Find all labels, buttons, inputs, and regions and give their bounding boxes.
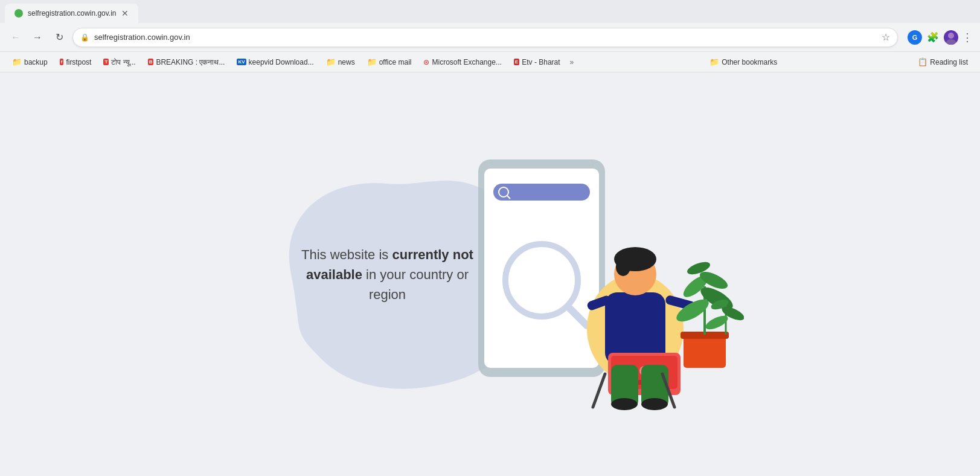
extensions-puzzle-icon[interactable]: 🧩 xyxy=(926,30,940,45)
bookmark-keepvid[interactable]: KV keepvid Download... xyxy=(232,56,318,69)
bookmark-star-icon[interactable]: ☆ xyxy=(882,31,890,43)
keepvid-icon: KV xyxy=(237,59,246,65)
bookmark-label: firstpost xyxy=(66,58,91,66)
top-news-icon: T xyxy=(103,59,109,65)
bookmark-breaking[interactable]: B BREAKING : एकनाथ... xyxy=(143,56,230,69)
bookmark-label: Microsoft Exchange... xyxy=(432,58,501,66)
extension-icons: G 🧩 ⋮ xyxy=(908,30,973,45)
bookmark-firstpost[interactable]: f firstpost xyxy=(55,56,97,69)
bookmark-backup[interactable]: 📁 backup xyxy=(7,55,53,69)
forward-button[interactable]: → xyxy=(29,29,46,46)
reading-list-icon: 📋 xyxy=(918,57,927,66)
svg-point-1 xyxy=(946,39,956,45)
svg-rect-26 xyxy=(684,335,726,368)
address-bar[interactable]: 🔒 selfregistration.cowin.gov.in ☆ xyxy=(72,28,898,47)
svg-point-29 xyxy=(673,295,712,326)
google-extension-icon[interactable]: G xyxy=(908,30,922,45)
breaking-icon: B xyxy=(148,59,154,65)
tab-title: selfregistration.cowin.gov.in xyxy=(28,9,117,18)
bookmark-label: BREAKING : एकनाथ... xyxy=(156,58,225,66)
illustration-wrapper: This website is currently not available … xyxy=(219,117,762,431)
bookmark-label: office mail xyxy=(379,58,412,66)
firstpost-icon: f xyxy=(60,59,64,65)
bookmark-ms-exchange[interactable]: ⊛ Microsoft Exchange... xyxy=(418,56,506,69)
svg-point-23 xyxy=(641,398,668,410)
mail-folder-icon: 📁 xyxy=(367,57,377,66)
bookmark-office-mail[interactable]: 📁 office mail xyxy=(362,55,417,69)
plant-illustration xyxy=(665,238,744,371)
back-button[interactable]: ← xyxy=(7,29,24,46)
user-avatar[interactable] xyxy=(944,30,958,45)
tab-bar: selfregistration.cowin.gov.in ✕ xyxy=(0,0,980,23)
message-emphasis: currently not available xyxy=(306,247,473,282)
other-bookmarks-icon: 📁 xyxy=(709,57,719,66)
bookmark-label: news xyxy=(338,58,355,66)
svg-point-0 xyxy=(948,33,954,39)
tab-favicon xyxy=(14,9,23,18)
bookmark-label: टोप न्यू... xyxy=(111,58,135,66)
reload-button[interactable]: ↻ xyxy=(51,29,68,46)
svg-point-22 xyxy=(611,398,638,410)
folder-icon: 📁 xyxy=(12,57,22,66)
bookmark-label: Etv - Bharat xyxy=(522,58,560,66)
other-bookmarks-button[interactable]: 📁 Other bookmarks xyxy=(705,55,782,69)
browser-frame: selfregistration.cowin.gov.in ✕ ← → ↻ 🔒 … xyxy=(0,0,980,476)
url-text: selfregistration.cowin.gov.in xyxy=(94,33,877,42)
more-bookmarks-icon[interactable]: » xyxy=(570,58,574,66)
bookmark-top-news[interactable]: T टोप न्यू... xyxy=(98,56,140,69)
page-content: This website is currently not available … xyxy=(0,72,980,476)
reading-list-label: Reading list xyxy=(930,58,968,66)
other-bookmarks-label: Other bookmarks xyxy=(722,58,777,66)
navigation-bar: ← → ↻ 🔒 selfregistration.cowin.gov.in ☆ … xyxy=(0,23,980,52)
bookmark-etv[interactable]: E Etv - Bharat xyxy=(509,56,565,69)
browser-menu-icon[interactable]: ⋮ xyxy=(962,31,973,44)
news-folder-icon: 📁 xyxy=(326,57,336,66)
svg-line-24 xyxy=(593,374,605,407)
reading-list-button[interactable]: 📋 Reading list xyxy=(913,55,973,69)
bookmark-news[interactable]: 📁 news xyxy=(321,55,360,69)
bookmarks-bar: 📁 backup f firstpost T टोप न्यू... B BRE… xyxy=(0,52,980,72)
message-text-part1: This website is currently not available … xyxy=(301,247,473,302)
svg-point-13 xyxy=(616,258,630,276)
lock-icon: 🔒 xyxy=(80,33,89,42)
bookmark-label: keepvid Download... xyxy=(249,58,314,66)
unavailable-message: This website is currently not available … xyxy=(291,245,484,304)
bookmark-label: backup xyxy=(24,58,48,66)
ms-icon: ⊛ xyxy=(423,58,429,66)
tab-close-button[interactable]: ✕ xyxy=(121,8,129,18)
etv-icon: E xyxy=(514,59,519,65)
active-tab[interactable]: selfregistration.cowin.gov.in ✕ xyxy=(5,4,138,23)
